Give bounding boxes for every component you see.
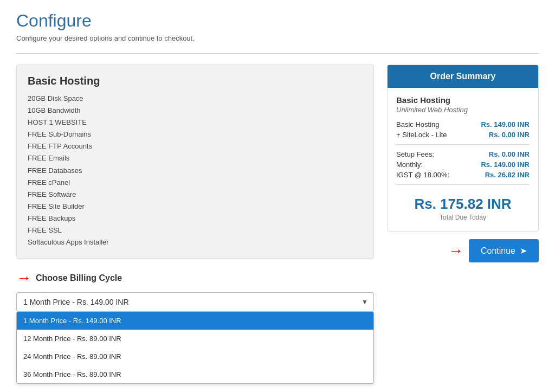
main-layout: Basic Hosting 20GB Disk Space10GB Bandwi… xyxy=(16,65,539,392)
divider xyxy=(16,53,539,54)
continue-button-icon: ➤ xyxy=(520,246,527,256)
billing-section: → Choose Billing Cycle 1 Month Price - R… xyxy=(16,269,374,384)
dropdown-option[interactable]: 24 Month Price - Rs. 89.00 INR xyxy=(17,348,373,365)
feature-item: FREE Software xyxy=(28,189,363,201)
page-title: Configure xyxy=(16,11,539,31)
feature-item: FREE Backups xyxy=(28,213,363,224)
order-total-amount: Rs. 175.82 INR xyxy=(396,196,530,213)
dropdown-option[interactable]: 12 Month Price - Rs. 89.00 INR xyxy=(17,330,373,348)
continue-arrow-indicator: → xyxy=(448,242,463,260)
order-line-label: Basic Hosting xyxy=(396,120,439,128)
billing-arrow-indicator: → xyxy=(16,269,31,287)
dropdown-option[interactable]: 36 Month Price - Rs. 89.00 INR xyxy=(17,365,373,383)
order-line-amount: Rs. 149.00 INR xyxy=(481,120,530,128)
feature-item: HOST 1 WEBSITE xyxy=(28,117,363,128)
order-summary-header: Order Summary xyxy=(388,65,538,88)
continue-button-label: Continue xyxy=(481,246,515,256)
order-summary-body: Basic Hosting Unlimited Web Hosting Basi… xyxy=(388,88,538,231)
order-divider-1 xyxy=(396,144,530,145)
feature-item: Softaculous Apps Installer xyxy=(28,236,363,248)
order-line-item: + SiteLock - LiteRs. 0.00 INR xyxy=(396,131,530,139)
order-line-item: Basic HostingRs. 149.00 INR xyxy=(396,120,530,128)
dropdown-option[interactable]: 1 Month Price - Rs. 149.00 INR xyxy=(17,312,373,330)
feature-item: FREE Sub-Domains xyxy=(28,128,363,140)
feature-item: FREE Site Builder xyxy=(28,201,363,213)
billing-select-wrapper[interactable]: 1 Month Price - Rs. 149.00 INR12 Month P… xyxy=(16,292,374,312)
order-fee-label: Monthly: xyxy=(396,160,423,169)
order-fee-item: Setup Fees:Rs. 0.00 INR xyxy=(396,150,530,158)
order-fee-amount: Rs. 149.00 INR xyxy=(481,160,530,169)
product-info-box: Basic Hosting 20GB Disk Space10GB Bandwi… xyxy=(16,65,374,259)
feature-item: FREE SSL xyxy=(28,224,363,236)
order-line-label: + SiteLock - Lite xyxy=(396,131,447,139)
order-fee-label: Setup Fees: xyxy=(396,150,434,158)
feature-item: 20GB Disk Space xyxy=(28,93,363,105)
feature-item: FREE FTP Accounts xyxy=(28,140,363,152)
order-fee-item: IGST @ 18.00%:Rs. 26.82 INR xyxy=(396,171,530,179)
billing-dropdown-open[interactable]: 1 Month Price - Rs. 149.00 INR12 Month P… xyxy=(16,311,374,384)
order-divider-2 xyxy=(396,184,530,185)
order-fees: Setup Fees:Rs. 0.00 INRMonthly:Rs. 149.0… xyxy=(396,150,530,179)
product-features-list: 20GB Disk Space10GB BandwidthHOST 1 WEBS… xyxy=(28,93,363,248)
order-product-name: Basic Hosting xyxy=(396,95,530,105)
order-total-label: Total Due Today xyxy=(396,214,530,221)
billing-cycle-select[interactable]: 1 Month Price - Rs. 149.00 INR12 Month P… xyxy=(17,293,373,311)
order-fee-item: Monthly:Rs. 149.00 INR xyxy=(396,160,530,169)
right-column: Order Summary Basic Hosting Unlimited We… xyxy=(387,65,539,262)
order-product-sub: Unlimited Web Hosting xyxy=(396,106,530,114)
order-total-section: Rs. 175.82 INR Total Due Today xyxy=(396,190,530,223)
feature-item: FREE Emails xyxy=(28,152,363,164)
order-fee-label: IGST @ 18.00%: xyxy=(396,171,449,179)
product-name: Basic Hosting xyxy=(28,75,363,87)
order-lines: Basic HostingRs. 149.00 INR+ SiteLock - … xyxy=(396,120,530,139)
order-fee-amount: Rs. 26.82 INR xyxy=(485,171,530,179)
feature-item: 10GB Bandwidth xyxy=(28,105,363,117)
continue-button[interactable]: Continue ➤ xyxy=(469,239,539,262)
order-line-amount: Rs. 0.00 INR xyxy=(489,131,530,139)
left-column: Basic Hosting 20GB Disk Space10GB Bandwi… xyxy=(16,65,374,392)
continue-wrapper: → Continue ➤ xyxy=(387,239,539,262)
order-fee-amount: Rs. 0.00 INR xyxy=(489,150,530,158)
order-summary-box: Order Summary Basic Hosting Unlimited We… xyxy=(387,65,539,232)
feature-item: FREE Databases xyxy=(28,165,363,177)
feature-item: FREE cPanel xyxy=(28,177,363,189)
page-subtitle: Configure your desired options and conti… xyxy=(16,34,539,42)
billing-section-title: → Choose Billing Cycle xyxy=(16,269,374,287)
